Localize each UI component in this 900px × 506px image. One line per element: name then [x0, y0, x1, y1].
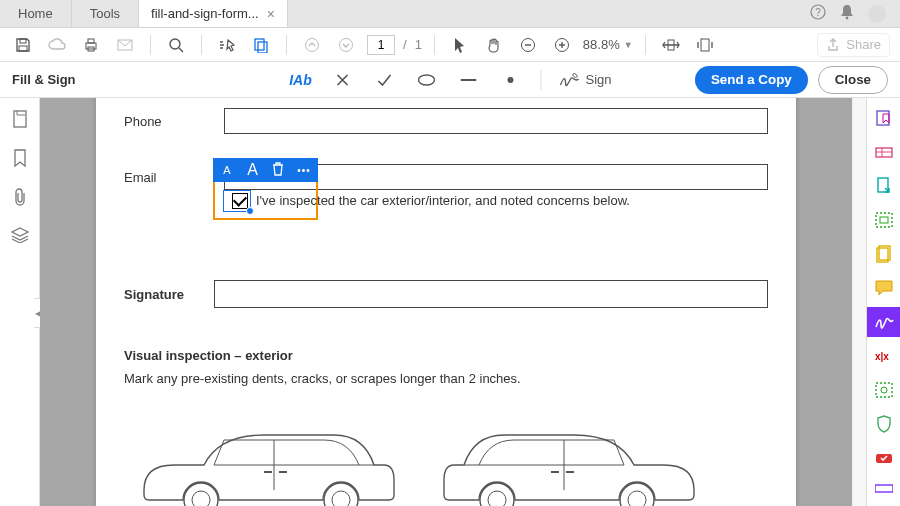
text-tool-icon[interactable]: IAb: [288, 68, 312, 92]
delete-annotation-icon[interactable]: [271, 162, 287, 179]
combine-tool-icon[interactable]: [874, 142, 894, 162]
redact-tool-icon[interactable]: [874, 478, 894, 498]
cross-tool-icon[interactable]: [330, 68, 354, 92]
share-label: Share: [846, 37, 881, 52]
selection-tool-icon[interactable]: [214, 32, 240, 58]
edit-pdf-tool-icon[interactable]: [874, 210, 894, 230]
svg-point-13: [306, 38, 319, 51]
signature-field[interactable]: [214, 280, 768, 308]
layers-icon[interactable]: [11, 227, 29, 246]
send-copy-button[interactable]: Send a Copy: [695, 66, 808, 94]
zoom-value: 88.8%: [583, 37, 620, 52]
phone-label: Phone: [124, 114, 204, 129]
svg-rect-47: [876, 213, 892, 227]
bookmark-icon[interactable]: [13, 149, 27, 170]
active-annotation-selection[interactable]: A A •••: [213, 158, 318, 220]
check-tool-icon[interactable]: [372, 68, 396, 92]
svg-point-29: [332, 491, 350, 506]
zoom-out-icon[interactable]: [515, 32, 541, 58]
svg-rect-6: [88, 39, 94, 43]
line-tool-icon[interactable]: [456, 68, 480, 92]
fill-sign-tool-icon[interactable]: [867, 307, 901, 337]
comment-tool-icon[interactable]: [874, 278, 894, 298]
attachment-icon[interactable]: [13, 188, 27, 209]
svg-rect-25: [14, 111, 26, 127]
signature-icon: [559, 72, 579, 88]
section-title: Visual inspection – exterior: [96, 318, 796, 369]
share-icon: [826, 38, 840, 52]
more-options-icon[interactable]: •••: [296, 165, 312, 176]
zoom-level[interactable]: 88.8% ▼: [583, 37, 633, 52]
email-label: Email: [124, 170, 204, 185]
sign-label: Sign: [585, 72, 611, 87]
svg-rect-12: [258, 42, 267, 53]
page-up-icon[interactable]: [299, 32, 325, 58]
annotation-popup: A A •••: [213, 158, 318, 182]
profile-avatar[interactable]: [868, 5, 886, 23]
svg-point-53: [881, 387, 887, 393]
page-number-input[interactable]: [367, 35, 395, 55]
copy-icon[interactable]: [248, 32, 274, 58]
svg-rect-48: [880, 217, 888, 223]
document-canvas[interactable]: Phone Email A A •••: [40, 98, 852, 506]
page-down-icon[interactable]: [333, 32, 359, 58]
car-side-right-diagram: [434, 410, 714, 506]
hand-icon[interactable]: [481, 32, 507, 58]
svg-point-14: [340, 38, 353, 51]
create-pdf-tool-icon[interactable]: [874, 108, 894, 128]
phone-field[interactable]: [224, 108, 768, 134]
checkmark-icon: [232, 193, 248, 209]
svg-rect-55: [875, 485, 893, 492]
vertical-scrollbar[interactable]: [852, 98, 866, 506]
close-button[interactable]: Close: [818, 66, 888, 94]
pointer-icon[interactable]: [447, 32, 473, 58]
page-sep: /: [403, 37, 407, 52]
save-icon[interactable]: [10, 32, 36, 58]
mail-icon[interactable]: [112, 32, 138, 58]
sign-button[interactable]: Sign: [559, 72, 611, 88]
svg-point-37: [488, 491, 506, 506]
share-button[interactable]: Share: [817, 33, 890, 57]
fit-width-icon[interactable]: [658, 32, 684, 58]
svg-line-10: [179, 48, 183, 52]
pdf-page: Phone Email A A •••: [96, 98, 796, 506]
svg-point-24: [507, 77, 513, 83]
checkmark-annotation[interactable]: [223, 190, 251, 212]
svg-text:x|x: x|x: [875, 351, 889, 362]
more-tools-icon[interactable]: x|x: [874, 346, 894, 366]
svg-rect-4: [19, 46, 27, 51]
organize-tool-icon[interactable]: [874, 244, 894, 264]
tab-tools[interactable]: Tools: [72, 0, 139, 27]
svg-rect-21: [701, 39, 709, 51]
cloud-icon[interactable]: [44, 32, 70, 58]
fit-page-icon[interactable]: [692, 32, 718, 58]
circle-tool-icon[interactable]: [414, 68, 438, 92]
tab-document-label: fill-and-sign-form...: [151, 6, 259, 21]
tab-document[interactable]: fill-and-sign-form... ×: [139, 0, 288, 27]
svg-point-27: [192, 491, 210, 506]
tab-home[interactable]: Home: [0, 0, 72, 27]
dot-tool-icon[interactable]: [498, 68, 522, 92]
svg-point-2: [846, 17, 849, 20]
svg-rect-11: [255, 39, 264, 50]
stamp-tool-icon[interactable]: [874, 380, 894, 400]
svg-point-35: [628, 491, 646, 506]
thumbnails-icon[interactable]: [12, 110, 28, 131]
zoom-in-icon[interactable]: [549, 32, 575, 58]
resize-handle[interactable]: [246, 207, 254, 215]
print-icon[interactable]: [78, 32, 104, 58]
chevron-down-icon: ▼: [624, 40, 633, 50]
increase-size-button[interactable]: A: [245, 161, 261, 179]
decrease-size-button[interactable]: A: [219, 164, 235, 176]
tab-close-icon[interactable]: ×: [267, 6, 275, 22]
optimize-tool-icon[interactable]: [874, 448, 894, 468]
protect-tool-icon[interactable]: [874, 414, 894, 434]
svg-point-9: [170, 39, 180, 49]
notifications-icon[interactable]: [840, 4, 854, 23]
export-pdf-tool-icon[interactable]: [874, 176, 894, 196]
help-icon[interactable]: ?: [810, 4, 826, 23]
inspection-check-text: I've inspected the car exterior/interior…: [256, 193, 630, 208]
search-icon[interactable]: [163, 32, 189, 58]
car-side-left-diagram: [124, 410, 404, 506]
svg-text:?: ?: [815, 7, 821, 18]
